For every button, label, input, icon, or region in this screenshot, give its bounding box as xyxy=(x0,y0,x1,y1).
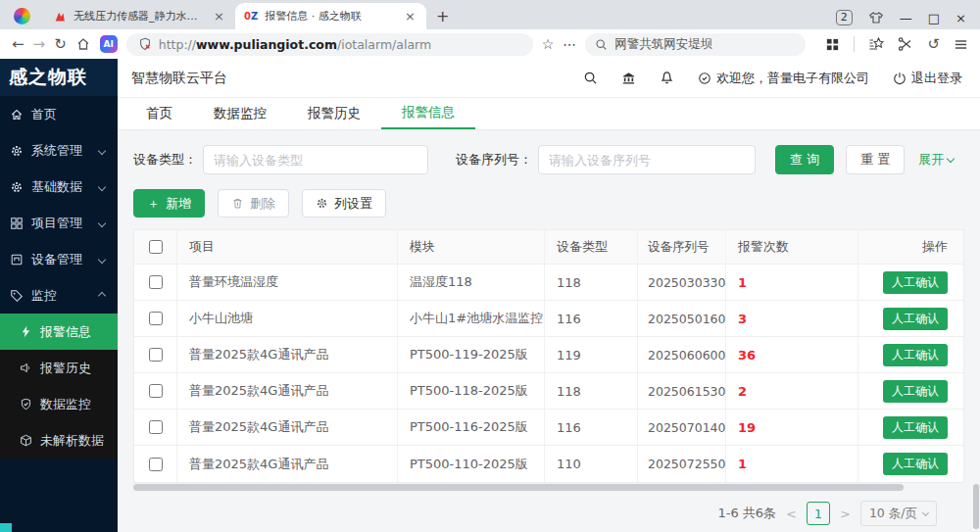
manual-confirm-button[interactable]: 人工确认 xyxy=(883,453,948,475)
cell-module: 小牛山1#池塘水温监控 xyxy=(398,301,545,336)
serial-input[interactable] xyxy=(538,145,756,174)
minimize-button[interactable]: — xyxy=(900,11,912,25)
ai-assistant-icon[interactable]: AI xyxy=(100,35,118,53)
vertical-scrollbar-thumb[interactable] xyxy=(973,484,979,529)
sidebar-item-monitor[interactable]: 监控 xyxy=(0,277,118,314)
cell-module: PT500-116-2025版 xyxy=(398,410,545,445)
column-header[interactable]: 模块 xyxy=(398,230,545,264)
sidebar-item-devices[interactable]: 设备管理 xyxy=(0,241,118,277)
sidebar-item-system[interactable]: 系统管理 xyxy=(0,132,118,169)
bell-icon[interactable] xyxy=(660,71,674,85)
menu-icon[interactable] xyxy=(954,37,968,52)
manual-confirm-button[interactable]: 人工确认 xyxy=(883,308,948,330)
horizontal-scrollbar[interactable] xyxy=(133,484,904,491)
trash-icon xyxy=(231,197,244,210)
home-button[interactable] xyxy=(75,36,91,52)
column-header[interactable]: 设备类型 xyxy=(545,230,638,264)
chevron-down-icon xyxy=(98,146,106,154)
column-header[interactable]: 设备序列号 xyxy=(638,230,726,264)
platform-title: 智慧物联云平台 xyxy=(131,70,227,87)
quick-search-box[interactable]: 网警共筑网安堤坝 xyxy=(585,33,806,56)
url-bar[interactable]: http://www.puliangiot.com/iotalarm/alarm xyxy=(126,33,533,56)
row-checkbox[interactable] xyxy=(149,275,163,289)
sidebar-item-projects[interactable]: 项目管理 xyxy=(0,205,118,241)
sidebar-item-basedata[interactable]: 基础数据 xyxy=(0,169,118,205)
delete-button[interactable]: 删除 xyxy=(218,189,289,218)
cell-serial: 202507014001 xyxy=(638,410,726,445)
device-icon xyxy=(10,253,24,266)
sidebar-item-home[interactable]: 首页 xyxy=(0,96,118,132)
sidebar-subitem-data-monitor[interactable]: 数据监控 xyxy=(0,386,118,422)
table-row: 普量环境温湿度 温湿度118 118 202503033005 1 人工确认 xyxy=(134,265,963,301)
column-header[interactable]: 项目 xyxy=(177,230,398,264)
column-settings-button[interactable]: 列设置 xyxy=(302,189,386,218)
screenshot-scissors-icon[interactable] xyxy=(898,36,913,52)
row-checkbox[interactable] xyxy=(149,312,163,325)
page-size-select[interactable]: 10 条/页 xyxy=(860,501,937,526)
undo-history-icon[interactable]: ↺ xyxy=(927,35,940,53)
maximize-button[interactable]: □ xyxy=(928,11,940,25)
shield-blocked-icon[interactable] xyxy=(138,37,152,51)
tab-close-icon[interactable]: × xyxy=(403,9,417,24)
table-row: 普量2025款4G通讯产品 PT500-116-2025版 116 202507… xyxy=(134,410,963,446)
sidebar-subitem-alarm-info[interactable]: 报警信息 xyxy=(0,314,118,350)
expand-link[interactable]: 展开 xyxy=(918,151,954,169)
chevron-down-icon xyxy=(98,255,106,263)
tab-count-badge[interactable]: 2 xyxy=(836,10,853,25)
shield-check-icon xyxy=(20,398,32,411)
tab-home[interactable]: 首页 xyxy=(125,98,193,129)
back-button[interactable]: ← xyxy=(12,35,24,53)
tab-close-icon[interactable]: × xyxy=(212,9,226,24)
tab-alarm-history[interactable]: 报警历史 xyxy=(287,98,381,129)
column-header: 操作 xyxy=(858,230,963,264)
browser-logo-icon[interactable] xyxy=(14,8,30,24)
package-icon xyxy=(20,434,32,447)
browser-tab-active[interactable]: 0Z 报警信息 · 感之物联 × xyxy=(235,3,426,29)
manual-confirm-button[interactable]: 人工确认 xyxy=(883,416,948,439)
manual-confirm-button[interactable]: 人工确认 xyxy=(883,271,948,294)
theme-shirt-icon[interactable] xyxy=(868,10,884,25)
prev-page-button[interactable]: < xyxy=(786,507,797,521)
column-header[interactable]: 报警次数 xyxy=(726,230,858,264)
gear-icon xyxy=(10,180,24,194)
row-checkbox[interactable] xyxy=(149,348,163,362)
next-page-button[interactable]: > xyxy=(840,507,851,521)
apps-grid-icon[interactable] xyxy=(825,37,840,52)
home-icon xyxy=(10,108,24,121)
row-checkbox[interactable] xyxy=(149,420,163,434)
pagination: 1-6 共6条 < 1 > 10 条/页 xyxy=(133,501,964,526)
tab-data-monitor[interactable]: 数据监控 xyxy=(193,98,287,129)
bank-icon[interactable] xyxy=(621,71,636,85)
sidebar-subitem-alarm-history[interactable]: 报警历史 xyxy=(0,350,118,386)
cell-serial: 202506060001 xyxy=(638,337,726,372)
browser-tab-inactive[interactable]: 无线压力传感器_静力水准仪_ × xyxy=(44,3,235,29)
close-button[interactable]: × xyxy=(956,11,966,25)
page-number-button[interactable]: 1 xyxy=(807,502,830,525)
row-checkbox[interactable] xyxy=(149,384,163,398)
grid-icon xyxy=(10,217,24,230)
manual-confirm-button[interactable]: 人工确认 xyxy=(883,344,948,366)
cell-module: PT500-119-2025版 xyxy=(398,337,545,372)
chevron-down-icon xyxy=(922,508,929,515)
tab-alarm-info[interactable]: 报警信息 xyxy=(381,98,475,129)
new-tab-button[interactable]: + xyxy=(426,7,459,29)
cell-serial: 202507255001 xyxy=(638,446,726,482)
gear-icon xyxy=(10,144,24,158)
favorites-list-icon[interactable] xyxy=(868,36,884,52)
logout-button[interactable]: 退出登录 xyxy=(893,70,962,87)
manual-confirm-button[interactable]: 人工确认 xyxy=(883,380,948,403)
search-icon[interactable] xyxy=(583,71,598,85)
table-row: 小牛山池塘 小牛山1#池塘水温监控 116 202505016001 3 人工确… xyxy=(134,301,963,337)
sidebar-subitem-unparsed-data[interactable]: 未解析数据 xyxy=(0,422,118,459)
forward-button[interactable]: → xyxy=(33,35,46,53)
more-actions-icon[interactable]: ⋯ xyxy=(563,36,576,52)
add-button[interactable]: ＋新增 xyxy=(133,189,205,218)
bookmark-star-icon[interactable]: ☆ xyxy=(542,36,555,52)
welcome-user[interactable]: 欢迎您，普量电子有限公司 xyxy=(698,70,869,87)
reset-button[interactable]: 重 置 xyxy=(846,145,905,174)
device-type-input[interactable] xyxy=(203,145,428,174)
select-all-checkbox[interactable] xyxy=(149,240,163,254)
search-button[interactable]: 查 询 xyxy=(775,145,834,174)
reload-button[interactable]: ↻ xyxy=(54,35,67,53)
row-checkbox[interactable] xyxy=(149,458,163,471)
